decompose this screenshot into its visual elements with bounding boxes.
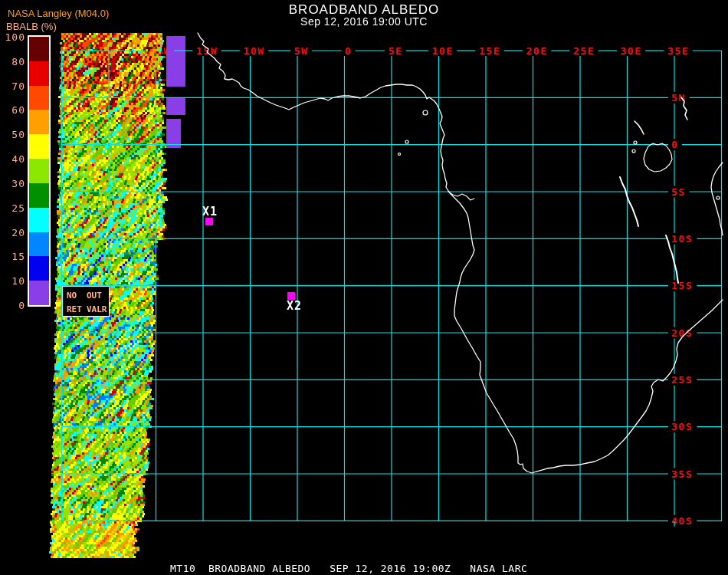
colorbar-segment xyxy=(29,281,49,305)
colorbar-segment xyxy=(29,37,49,61)
target-marker-x1 xyxy=(205,218,213,225)
lake-malawi-outline xyxy=(666,235,678,283)
target-marker-label: X2 xyxy=(287,299,302,313)
lake-albert-outline xyxy=(635,121,644,134)
africa-coastline xyxy=(198,33,723,473)
retrieval-flag-legend-box: NO OUT RET VALR xyxy=(62,286,110,317)
legend-cell-no: NO xyxy=(67,291,77,301)
colorbar-tick-label: 25 xyxy=(0,202,25,214)
legend-cell-ret: RET xyxy=(67,304,82,314)
colorbar-tick-label: 0 xyxy=(0,300,25,311)
page-subtitle: Sep 12, 2016 19:00 UTC xyxy=(0,15,728,28)
island-outline xyxy=(405,140,408,143)
colorbar-segment xyxy=(29,232,49,257)
island-outline xyxy=(634,141,637,144)
colorbar-tick-label: 50 xyxy=(0,129,25,140)
legend-cell-valr: VALR xyxy=(87,304,107,314)
albedo-plot-page: 20W15W10W5W05E10E15E20E25E30E35E5N05S10S… xyxy=(0,0,728,575)
colorbar-tick-label: 15 xyxy=(0,251,25,262)
island-outline xyxy=(423,110,428,115)
island-outline xyxy=(717,196,720,199)
colorbar-segment xyxy=(29,61,49,86)
colorbar-tick-label: 80 xyxy=(0,56,25,67)
legend-cell-out: OUT xyxy=(87,291,102,301)
product-version-label: NASA Langley (M04.0) xyxy=(8,8,109,19)
colorbar-tick-label: 10 xyxy=(0,275,25,287)
colorbar-tick-label: 30 xyxy=(0,178,25,189)
island-outline xyxy=(398,153,401,156)
colorbar-segment xyxy=(29,256,49,281)
colorbar-tick-label: 20 xyxy=(0,227,25,238)
target-marker-label: X1 xyxy=(202,205,218,219)
colorbar-segment xyxy=(29,208,49,232)
colorbar-tick-label: 100 xyxy=(0,31,25,43)
colorbar-title: BBALB (%) xyxy=(6,21,57,32)
colorbar xyxy=(28,35,51,307)
colorbar-segment xyxy=(29,110,49,134)
colorbar-segment xyxy=(29,183,49,208)
lake-turkana-outline xyxy=(681,97,687,120)
footer-caption: MT10 BROADBAND ALBEDO SEP 12, 2016 19:00… xyxy=(170,563,527,574)
colorbar-tick-label: 70 xyxy=(0,80,25,92)
colorbar-tick-label: 40 xyxy=(0,153,25,165)
colorbar-segment xyxy=(29,86,49,110)
lake-victoria-outline xyxy=(644,143,672,172)
colorbar-tick-label: 60 xyxy=(0,104,25,116)
island-outline xyxy=(632,150,635,153)
colorbar-segment xyxy=(29,134,49,159)
lake-tanganyika-outline xyxy=(620,177,638,226)
colorbar-segment xyxy=(29,159,49,183)
